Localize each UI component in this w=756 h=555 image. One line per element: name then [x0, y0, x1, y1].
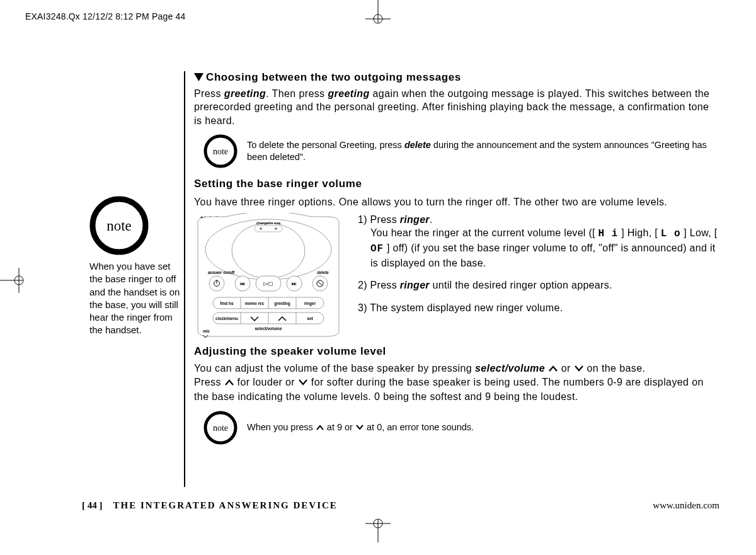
svg-text:delete: delete: [317, 270, 329, 275]
svg-text:answer on/off: answer on/off: [208, 270, 235, 275]
sidebar: note When you have set the base ringer t…: [89, 196, 184, 337]
svg-text:note: note: [106, 218, 132, 234]
crop-mark-bottom: [359, 517, 397, 555]
svg-text:⏭: ⏭: [292, 281, 297, 287]
svg-point-6: [374, 519, 382, 528]
svg-text:note: note: [213, 147, 228, 156]
svg-point-20: [260, 227, 262, 230]
svg-text:⏮: ⏮: [240, 281, 245, 287]
section-title-speaker: Adjusting the speaker volume level: [194, 345, 719, 358]
svg-text:greeting: greeting: [274, 301, 290, 306]
svg-point-21: [275, 227, 277, 230]
svg-text:ringer: ringer: [304, 301, 316, 306]
triangle-down-icon: [194, 72, 203, 84]
note-delete-greeting: note To delete the personal Greeting, pr…: [203, 134, 719, 169]
sidebar-note-text: When you have set the base ringer to off…: [89, 260, 184, 337]
base-unit-diagram: Digital Answerer charge/in use answer on…: [194, 213, 343, 341]
chevron-down-icon: [574, 362, 584, 376]
svg-text:mic: mic: [203, 329, 210, 333]
svg-point-10: [14, 276, 23, 285]
section-title-ringer: Setting the base ringer volume: [194, 178, 719, 190]
chevron-down-icon: [355, 422, 364, 434]
vertical-rule: [184, 71, 185, 487]
file-stamp: EXAI3248.Qx 12/12/2 8:12 PM Page 44: [25, 11, 186, 21]
svg-text:set: set: [307, 316, 313, 321]
step-3: 3) The system displayed new ringer volum…: [358, 301, 719, 315]
note-icon: note: [203, 410, 238, 445]
choosing-paragraph: Press greeting. Then press greeting agai…: [194, 87, 719, 128]
ringer-intro: You have three ringer options. One allow…: [194, 195, 719, 209]
ringer-steps: 1) Press ringer. You hear the ringer at …: [358, 213, 719, 324]
note-error-tone: note When you press at 9 or at 0, an err…: [203, 410, 719, 445]
chevron-up-icon: [316, 422, 324, 434]
svg-text:charge/in use: charge/in use: [256, 221, 281, 225]
svg-text:find hs: find hs: [220, 301, 234, 306]
chevron-down-icon: [298, 376, 308, 390]
section-title-choosing: Choosing between the two outgoing messag…: [194, 71, 719, 84]
svg-rect-19: [255, 226, 282, 232]
svg-text:▷/▢: ▷/▢: [263, 281, 273, 287]
chevron-up-icon: [548, 362, 558, 376]
svg-point-2: [374, 14, 382, 23]
chevron-up-icon: [224, 376, 234, 390]
svg-text:memo rec: memo rec: [245, 301, 265, 306]
page-number: [ 44 ]: [82, 500, 103, 510]
speaker-paragraph: You can adjust the volume of the base sp…: [194, 362, 719, 404]
footer-url: www.uniden.com: [653, 500, 719, 511]
crop-mark-top: [359, 0, 397, 38]
step-2: 2) Press ringer until the desired ringer…: [358, 278, 719, 292]
crop-mark-left: [0, 261, 38, 299]
step-1: 1) Press ringer. You hear the ringer at …: [358, 213, 719, 270]
note-icon: note: [89, 196, 149, 255]
note-icon: note: [203, 134, 238, 169]
page-footer: [ 44 ] THE INTEGRATED ANSWERING DEVICE w…: [82, 500, 719, 511]
svg-text:select/volume: select/volume: [255, 326, 282, 331]
svg-marker-14: [194, 73, 203, 81]
svg-text:clock/menu: clock/menu: [215, 316, 238, 321]
footer-title: THE INTEGRATED ANSWERING DEVICE: [113, 500, 337, 510]
svg-text:note: note: [213, 423, 228, 433]
